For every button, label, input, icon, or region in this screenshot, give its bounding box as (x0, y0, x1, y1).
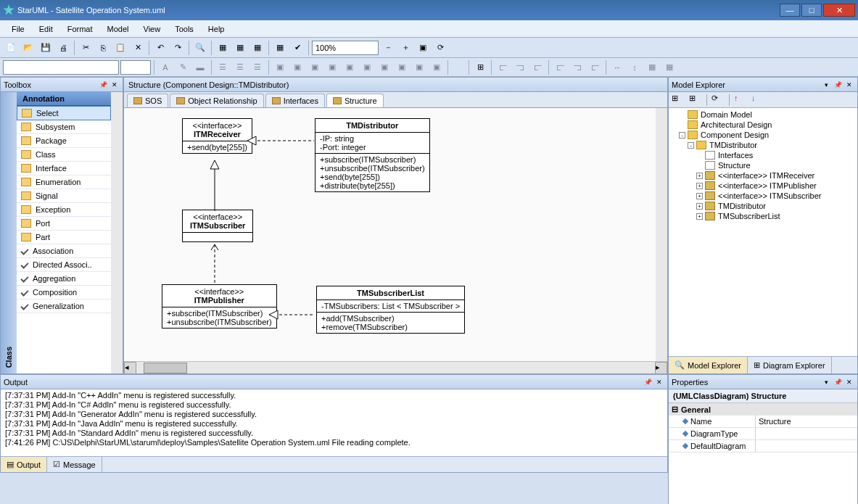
class-itmsubscriber[interactable]: <<interface>>ITMSubscriber (182, 210, 253, 242)
class-tmdistributor[interactable]: TMDistributor -IP: string -Port: integer… (315, 118, 430, 192)
tab-output[interactable]: ▤Output (1, 457, 47, 472)
canvas-scrollbar-v[interactable] (656, 108, 667, 361)
toolbox-item-package[interactable]: Package (17, 134, 111, 148)
layout10-icon[interactable]: ▣ (429, 59, 445, 75)
dist-h-icon[interactable]: ↔ (609, 59, 625, 75)
property-value[interactable] (756, 428, 857, 439)
diagram-canvas[interactable]: <<interface>>ITMReceiver +send(byte[255]… (124, 108, 656, 361)
tab-diagram-explorer[interactable]: ⊞Diagram Explorer (748, 357, 832, 373)
tree-node[interactable]: Structure (670, 160, 856, 170)
tool2-icon[interactable]: ▦ (232, 40, 248, 56)
redo-icon[interactable]: ↷ (170, 40, 186, 56)
pin-icon[interactable]: 📌 (98, 80, 108, 90)
tree-node[interactable]: -TMDistributor (670, 140, 856, 150)
property-row[interactable]: DiagramType (669, 428, 857, 440)
zoom-in-icon[interactable]: ＋ (397, 40, 413, 56)
property-row[interactable]: DefaultDiagram (669, 440, 857, 453)
cut-icon[interactable]: ✂ (78, 40, 94, 56)
align-middle-icon[interactable]: ⫎ (569, 59, 585, 75)
tree-node[interactable]: +TMSubscriberList (670, 211, 856, 221)
tree-toggle-icon[interactable]: + (696, 213, 703, 220)
minimize-button[interactable]: — (780, 4, 800, 17)
menu-view[interactable]: View (138, 23, 167, 35)
tree-node[interactable]: Domain Model (670, 110, 856, 120)
dist-v-icon[interactable]: ↕ (627, 59, 643, 75)
output-body[interactable]: [7:37:31 PM] Add-In "C++ AddIn" menu is … (1, 389, 667, 456)
toolbox-item-subsystem[interactable]: Subsystem (17, 120, 111, 134)
dropdown-icon[interactable]: ▾ (821, 80, 831, 90)
tree-node[interactable]: +<<interface>> ITMPublisher (670, 181, 856, 191)
menu-edit[interactable]: Edit (33, 23, 59, 35)
align-icon[interactable]: ☰ (215, 59, 231, 75)
tree-toggle-icon[interactable]: - (679, 132, 685, 139)
undo-icon[interactable]: ↶ (152, 40, 168, 56)
menu-help[interactable]: Help (202, 23, 231, 35)
close-panel-icon[interactable]: ✕ (844, 80, 854, 90)
close-button[interactable]: ✕ (823, 4, 855, 17)
layout8-icon[interactable]: ▣ (394, 59, 410, 75)
toolbox-item-port[interactable]: Port (17, 217, 111, 231)
tool3-icon[interactable]: ▦ (249, 40, 265, 56)
layout2-icon[interactable]: ▣ (289, 59, 305, 75)
toolbox-category-tab[interactable]: Class (1, 92, 17, 373)
pin-icon[interactable]: 📌 (643, 377, 653, 387)
tree-node[interactable]: +<<interface>> ITMReceiver (670, 170, 856, 181)
ungroup-icon[interactable]: ▦ (661, 59, 677, 75)
diagram-tab-object-relationship[interactable]: Object Relationship (170, 94, 263, 107)
align-top-icon[interactable]: ⫍ (552, 59, 568, 75)
open-icon[interactable]: 📂 (20, 40, 36, 56)
tool-icon[interactable]: ▦ (215, 40, 231, 56)
menu-tools[interactable]: Tools (169, 23, 199, 35)
save-icon[interactable]: 💾 (38, 40, 54, 56)
menu-format[interactable]: Format (62, 23, 99, 35)
property-row[interactable]: NameStructure (669, 416, 857, 428)
down-arrow-icon[interactable]: ↓ (751, 94, 764, 107)
align-left-icon[interactable]: ⫍ (495, 59, 511, 75)
layout7-icon[interactable]: ▣ (376, 59, 392, 75)
tree-toggle-icon[interactable]: + (696, 203, 703, 210)
refresh-icon[interactable]: ⟳ (432, 40, 448, 56)
tree-toggle-icon[interactable]: + (696, 183, 703, 189)
group-icon[interactable]: ▦ (644, 59, 660, 75)
property-value[interactable] (756, 440, 857, 452)
align2-icon[interactable]: ☰ (232, 59, 248, 75)
class-tmsubscriberlist[interactable]: TMSubscriberList -TMSubscribers: List < … (316, 286, 465, 334)
toolbox-scrollbar[interactable] (111, 92, 123, 373)
fontsize-select[interactable] (120, 60, 151, 75)
print-icon[interactable]: 🖨 (55, 40, 71, 56)
toolbox-item-signal[interactable]: Signal (17, 189, 111, 203)
check-icon[interactable]: ✔ (289, 40, 305, 56)
layout4-icon[interactable]: ▣ (324, 59, 340, 75)
delete-icon[interactable]: ✕ (130, 40, 146, 56)
font-color-icon[interactable]: A (157, 59, 173, 75)
properties-category[interactable]: ⊟General (669, 403, 857, 416)
layout3-icon[interactable]: ▣ (307, 59, 323, 75)
canvas-scrollbar-h[interactable]: ◂▸ (124, 361, 667, 373)
toolbox-item-part[interactable]: Part (17, 231, 111, 244)
diagram-tool-icon[interactable]: ⊞ (472, 59, 488, 75)
tree-node[interactable]: +<<interface>> ITMSubscriber (670, 191, 856, 201)
menu-model[interactable]: Model (102, 23, 135, 35)
tab-model-explorer[interactable]: 🔍Model Explorer (669, 357, 748, 373)
class-itmpublisher[interactable]: <<interface>>ITMPublisher +subscribe(ITM… (162, 284, 277, 329)
align-bottom-icon[interactable]: ⫍ (587, 59, 603, 75)
copy-icon[interactable]: ⎘ (95, 40, 111, 56)
tree-toggle-icon[interactable]: + (696, 173, 703, 179)
toolbox-item-composition[interactable]: Composition (17, 286, 111, 299)
tree-node[interactable]: Architectural Design (670, 120, 856, 130)
layout6-icon[interactable]: ▣ (359, 59, 375, 75)
refresh-icon[interactable]: ⟳ (711, 94, 725, 107)
tool-icon[interactable]: ⊞ (689, 94, 702, 107)
tree-node[interactable]: Interfaces (670, 150, 856, 160)
toolbox-item-enumeration[interactable]: Enumeration (17, 175, 111, 189)
close-panel-icon[interactable]: ✕ (110, 80, 120, 90)
diagram-tab-structure[interactable]: Structure (326, 94, 384, 107)
tab-message[interactable]: ☑Message (47, 457, 102, 472)
property-value[interactable]: Structure (756, 416, 857, 427)
menu-file[interactable]: File (6, 23, 30, 35)
toolbox-category-header[interactable]: Annotation (17, 92, 111, 106)
pin-icon[interactable]: 📌 (833, 80, 843, 90)
tree-toggle-icon[interactable]: - (688, 142, 694, 149)
toolbox-item-directed-associ--[interactable]: Directed Associ.. (17, 258, 111, 272)
line-color-icon[interactable]: ✎ (175, 59, 191, 75)
